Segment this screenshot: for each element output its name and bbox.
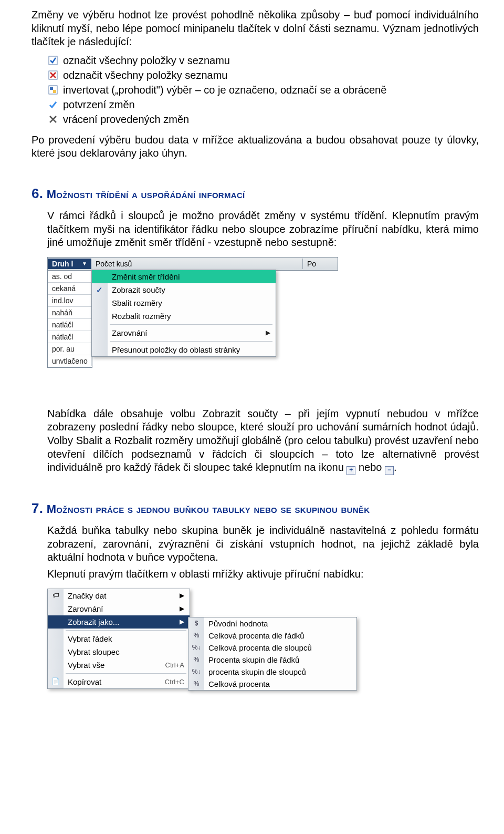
menu-separator xyxy=(66,673,186,674)
chevron-right-icon: ▶ xyxy=(180,592,184,599)
svg-rect-0 xyxy=(49,56,57,65)
chevron-right-icon: ▶ xyxy=(180,605,184,612)
paragraph-sort-intro: V rámci řádků i sloupců je možno provádě… xyxy=(47,209,479,250)
show-as-submenu: $ Původní hodnota % Celková procenta dle… xyxy=(188,617,357,691)
button-meaning-list: označit všechny položky v seznamu odznač… xyxy=(47,54,479,126)
column-context-menu: Změnit směr třídění ✓ Zobrazit součty Sb… xyxy=(91,270,276,357)
percent-icon: % xyxy=(192,631,201,640)
table-row: unvtlačeno xyxy=(48,356,92,366)
menu-item-change-sort[interactable]: Změnit směr třídění xyxy=(92,270,276,283)
svg-rect-4 xyxy=(53,90,56,93)
table-row: natláčl xyxy=(48,320,92,330)
svg-rect-3 xyxy=(50,87,53,90)
grid-header-druh[interactable]: Druh l ▼ xyxy=(48,259,92,269)
table-row: naháň xyxy=(48,307,92,318)
table-row: as. od xyxy=(48,271,92,282)
menu-item-select-col[interactable]: Vybrat sloupec xyxy=(48,645,190,658)
menu-item-copy[interactable]: 📄 Kopírovat Ctrl+C xyxy=(48,675,190,688)
menu-item-select-row[interactable]: Vybrat řádek xyxy=(48,632,190,645)
menu-item-alignment[interactable]: Zarovnání ▶ xyxy=(48,602,190,615)
table-row: cekaná xyxy=(48,283,92,294)
icon-desc: invertovat („prohodit") výběr – co je oz… xyxy=(63,84,386,97)
tag-icon: 🏷 xyxy=(51,591,60,600)
menu-separator xyxy=(66,630,186,631)
table-row: ind.lov xyxy=(48,295,92,306)
expand-icon: + xyxy=(346,466,355,475)
confirm-icon xyxy=(47,99,59,110)
icon-desc: vrácení provedených změn xyxy=(63,113,189,126)
percent-icon: %↓ xyxy=(192,643,201,652)
menu-item-data-marks[interactable]: 🏷 Značky dat ▶ xyxy=(48,589,190,602)
submenu-item[interactable]: % Celková procenta dle řádků xyxy=(188,630,356,642)
submenu-item[interactable]: % Celková procenta xyxy=(188,678,356,690)
grid-header-pocet[interactable]: Počet kusů xyxy=(91,259,303,269)
cell-context-menu-screenshot: 🏷 Značky dat ▶ Zarovnání ▶ Zobrazit jako… xyxy=(47,589,383,704)
grid-header-po[interactable]: Po xyxy=(303,259,338,269)
shortcut-label: Ctrl+C xyxy=(165,678,184,686)
submenu-item[interactable]: %↓ Celková procenta dle sloupců xyxy=(188,642,356,654)
collapse-icon: − xyxy=(385,466,394,475)
check-icon: ✓ xyxy=(96,285,103,295)
menu-item-show-totals[interactable]: ✓ Zobrazit součty xyxy=(92,283,276,296)
menu-item-show-as[interactable]: Zobrazit jako... ▶ xyxy=(48,615,190,629)
invert-selection-icon xyxy=(47,84,59,96)
percent-icon: %↓ xyxy=(192,667,201,676)
percent-icon: % xyxy=(192,655,201,664)
menu-item-move-to-page[interactable]: Přesunout položky do oblasti stránky xyxy=(92,343,276,356)
section-7-heading: 7. Možnosti práce s jednou buňkou tabulk… xyxy=(32,500,479,517)
submenu-item[interactable]: %↓ procenta skupin dle sloupců xyxy=(188,666,356,678)
shortcut-label: Ctrl+A xyxy=(165,661,184,669)
copy-icon: 📄 xyxy=(51,677,60,686)
paragraph-cell-menu: Klepnutí pravým tlačítkem v oblasti mříž… xyxy=(47,568,479,581)
menu-separator xyxy=(110,341,272,342)
paragraph-after-selection: Po provedení výběru budou data v mřížce … xyxy=(32,133,479,160)
table-row: por. au xyxy=(48,344,92,354)
check-all-icon xyxy=(47,55,59,66)
submenu-item[interactable]: $ Původní hodnota xyxy=(188,617,356,630)
menu-item-select-all[interactable]: Vybrat vše Ctrl+A xyxy=(48,658,190,672)
percent-icon: % xyxy=(192,679,201,688)
paragraph-sort-details: Nabídka dále obsahuje volbu Zobrazit sou… xyxy=(47,407,479,475)
menu-separator xyxy=(110,324,272,325)
menu-item-collapse[interactable]: Sbalit rozměry xyxy=(92,296,276,310)
revert-icon xyxy=(47,114,59,125)
icon-desc: potvrzení změn xyxy=(63,98,135,111)
chevron-right-icon: ▶ xyxy=(266,329,270,336)
paragraph-cell-intro: Každá buňka tabulky nebo skupina buněk j… xyxy=(47,524,479,564)
paragraph-intro: Změny ve výběru hodnot lze provést pohod… xyxy=(32,8,479,49)
section-6-heading: 6. Možnosti třídění a uspořádání informa… xyxy=(32,186,479,202)
chevron-right-icon: ▶ xyxy=(180,618,184,625)
submenu-item[interactable]: % Procenta skupin dle řádků xyxy=(188,654,356,666)
icon-desc: označit všechny položky v seznamu xyxy=(63,54,230,67)
icon-desc: odznačit všechny položky seznamu xyxy=(63,69,228,82)
menu-item-alignment[interactable]: Zarovnání ▶ xyxy=(92,326,276,339)
table-row: nátlačl xyxy=(48,332,92,342)
menu-item-expand[interactable]: Rozbalit rozměry xyxy=(92,310,276,323)
cell-context-menu: 🏷 Značky dat ▶ Zarovnání ▶ Zobrazit jako… xyxy=(47,589,190,689)
sort-context-menu-screenshot: Druh l ▼ as. od cekaná ind.lov naháň nat… xyxy=(47,257,362,388)
uncheck-all-icon xyxy=(47,69,59,81)
dollar-icon: $ xyxy=(192,619,201,628)
